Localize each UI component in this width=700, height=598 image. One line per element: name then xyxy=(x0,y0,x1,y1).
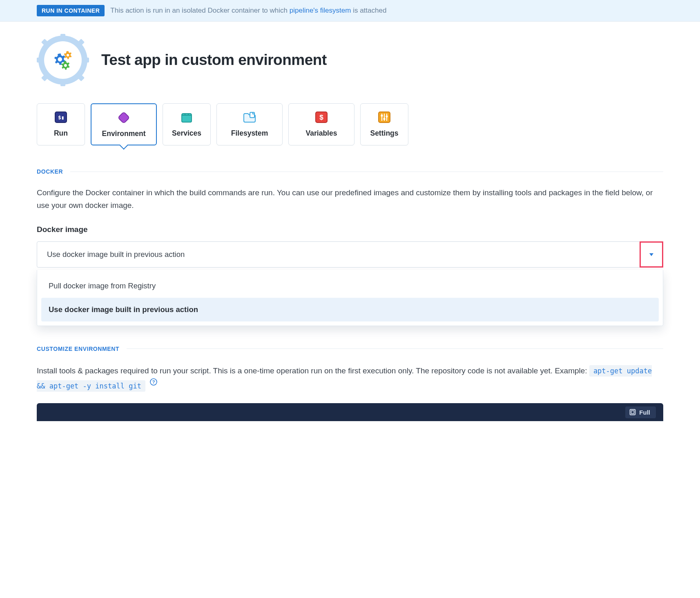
svg-rect-4 xyxy=(83,58,89,62)
info-banner: RUN IN CONTAINER This action is run in a… xyxy=(0,0,700,22)
svg-rect-30 xyxy=(631,411,634,414)
sliders-icon xyxy=(365,111,404,123)
fullscreen-icon xyxy=(629,409,636,415)
docker-image-label: Docker image xyxy=(37,225,663,234)
terminal-icon: $▮ xyxy=(41,111,80,123)
tab-label: Run xyxy=(41,129,80,138)
svg-point-10 xyxy=(58,57,62,62)
docker-description: Configure the Docker container in which … xyxy=(37,186,663,212)
tab-label: Services xyxy=(167,129,206,138)
select-value: Use docker image built in previous actio… xyxy=(47,250,185,259)
tab-label: Filesystem xyxy=(221,129,278,138)
svg-rect-15 xyxy=(118,112,129,123)
customize-desc-text: Install tools & packages required to run… xyxy=(37,366,589,375)
svg-point-25 xyxy=(386,115,388,117)
tab-variables[interactable]: $ Variables xyxy=(288,103,354,145)
tab-run[interactable]: $▮ Run xyxy=(37,103,85,145)
tab-label: Environment xyxy=(96,129,152,138)
help-icon[interactable]: ? xyxy=(150,378,157,386)
banner-text-before: This action is run in an isolated Docker… xyxy=(110,7,289,14)
dropdown-option-previous-action[interactable]: Use docker image built in previous actio… xyxy=(41,298,659,321)
svg-marker-26 xyxy=(649,253,653,256)
pipeline-filesystem-link[interactable]: pipeline's filesystem xyxy=(290,7,351,14)
folder-icon xyxy=(221,111,278,123)
svg-rect-1 xyxy=(60,34,65,40)
svg-rect-2 xyxy=(60,80,65,86)
dollar-icon: $ xyxy=(293,111,350,123)
caret-down-icon xyxy=(649,252,654,257)
select-caret-highlight[interactable] xyxy=(640,241,663,268)
svg-point-24 xyxy=(383,118,385,120)
page-header: Test app in custom environment xyxy=(37,34,663,86)
diamond-icon xyxy=(96,112,152,124)
divider xyxy=(127,348,663,349)
dropdown-option-pull-registry[interactable]: Pull docker image from Registry xyxy=(41,274,659,298)
banner-text: This action is run in an isolated Docker… xyxy=(110,7,386,15)
page-title: Test app in custom environment xyxy=(101,51,327,69)
svg-point-23 xyxy=(381,114,383,116)
section-title-customize: CUSTOMIZE ENVIRONMENT xyxy=(37,346,119,352)
tab-filesystem[interactable]: Filesystem xyxy=(216,103,283,145)
svg-text:$: $ xyxy=(319,114,323,121)
fullscreen-button[interactable]: Full xyxy=(625,406,656,418)
divider xyxy=(70,172,663,172)
select-box[interactable]: Use docker image built in previous actio… xyxy=(37,241,663,268)
docker-image-dropdown: Pull docker image from Registry Use dock… xyxy=(37,270,663,326)
package-icon xyxy=(167,111,206,123)
tabs: $▮ Run Environment Services Filesystem $ xyxy=(37,103,663,145)
tab-environment[interactable]: Environment xyxy=(91,103,157,145)
action-gear-icon xyxy=(37,34,89,86)
tab-label: Settings xyxy=(365,129,404,138)
svg-rect-16 xyxy=(250,112,254,118)
svg-text:?: ? xyxy=(152,379,155,384)
fullscreen-label: Full xyxy=(639,409,650,416)
banner-text-after: is attached xyxy=(351,7,386,14)
section-docker-head: DOCKER xyxy=(37,168,663,175)
tab-label: Variables xyxy=(293,129,350,138)
svg-point-11 xyxy=(67,54,69,56)
svg-text:$▮: $▮ xyxy=(58,114,65,120)
svg-rect-3 xyxy=(37,58,42,62)
customize-description: Install tools & packages required to run… xyxy=(37,364,663,394)
tab-services[interactable]: Services xyxy=(163,103,211,145)
editor-toolbar: Full xyxy=(37,403,663,421)
docker-image-select[interactable]: Use docker image built in previous actio… xyxy=(37,241,663,268)
run-in-container-badge: RUN IN CONTAINER xyxy=(37,5,105,16)
tab-settings[interactable]: Settings xyxy=(360,103,408,145)
svg-point-12 xyxy=(64,64,67,67)
section-customize-head: CUSTOMIZE ENVIRONMENT xyxy=(37,346,663,352)
section-title-docker: DOCKER xyxy=(37,168,63,175)
svg-rect-29 xyxy=(630,410,635,415)
